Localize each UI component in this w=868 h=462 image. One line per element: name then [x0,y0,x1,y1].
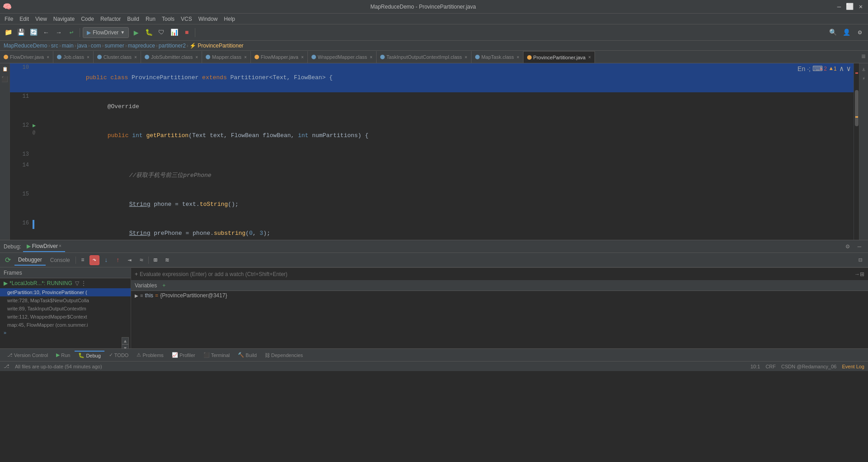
nav-dependencies[interactable]: ⛓ Dependencies [261,352,307,359]
debug-sidebar-btn[interactable]: ⊟ [855,255,865,265]
code-editor[interactable]: 10 public class ProvincePartitioner exte… [10,63,859,240]
eval-arrow[interactable]: → [854,271,860,277]
nav-todo[interactable]: ✓ TODO [105,351,132,359]
menu-navigate[interactable]: Navigate [51,15,77,23]
frame-item-3[interactable]: write:112, WrappedMapper$Context [0,313,131,321]
nav-version-control[interactable]: ⎇ Version Control [4,352,52,359]
tab-close-job[interactable]: × [87,55,90,60]
tab-close-jobsubmitter[interactable]: × [195,55,198,60]
debug-step-into-btn[interactable]: ↓ [101,255,111,265]
breadcrumb-partitioner2[interactable]: partitioner2 [159,43,186,49]
debug-tab-close[interactable]: × [59,243,61,248]
tab-flowdriver[interactable]: FlowDriver.java × [0,51,53,63]
frame-item-2[interactable]: write:89, TaskInputOutputContextIm [0,305,131,313]
gutter-run-12[interactable]: ▶ [33,123,36,129]
tab-provincepartitioner[interactable]: ProvincePartitioner.java × [524,51,595,63]
breadcrumb-main[interactable]: main [62,43,74,49]
menu-build[interactable]: Build [124,15,142,23]
tab-close-wrappedmapper[interactable]: × [370,55,373,60]
tab-maptask[interactable]: MapTask.class × [472,51,524,63]
user-button[interactable]: 👤 [841,27,852,38]
menu-tools[interactable]: Tools [159,15,177,23]
sync-button[interactable]: 🔄 [28,27,39,38]
debug-run-to-cursor-btn[interactable]: ⇥ [125,255,135,265]
frame-expand-btn[interactable]: » [0,329,131,336]
tab-close-cluster[interactable]: × [134,55,137,60]
minimize-button[interactable]: — [835,3,843,10]
close-button[interactable]: ✕ [857,3,864,10]
maximize-button[interactable]: ⬜ [846,3,854,10]
frame-options-icon[interactable]: ⋮ [81,280,86,286]
back-button[interactable]: ← [41,27,52,38]
status-event-log[interactable]: Event Log [842,364,864,369]
breadcrumb-src[interactable]: src [51,43,58,49]
coverage-button[interactable]: 🛡 [156,27,167,38]
sidebar-icon-1[interactable]: 📋 [1,65,9,73]
tab-cluster[interactable]: Cluster.class × [94,51,141,63]
menu-help[interactable]: Help [221,15,238,23]
stop-button[interactable]: ■ [181,27,192,38]
var-expand-icon[interactable]: ▶ [135,293,138,298]
profile-button[interactable]: 📊 [169,27,179,38]
sidebar-icon-2[interactable]: ⬛ [1,75,9,83]
breadcrumb-mapreduce[interactable]: mapreduce [128,43,155,49]
menu-run[interactable]: Run [143,15,158,23]
search-button[interactable]: 🔍 [827,27,838,38]
frame-item-active[interactable]: getPartition:10, ProvincePartitioner ( [0,288,131,296]
frame-scroll-down[interactable]: ▼ [122,344,129,348]
right-sidebar-icon-2[interactable]: ⚡ [860,74,868,82]
frame-filter-icon[interactable]: ▽ [75,280,79,286]
menu-window[interactable]: Window [196,15,221,23]
tab-taskinput[interactable]: TaskInputOutputContextImpl.class × [377,51,472,63]
tab-close-flowmapper[interactable]: × [301,55,304,60]
var-item-this[interactable]: ▶ ≡ this = {ProvincePartitioner@3417} [131,291,868,300]
tab-wrappedmapper[interactable]: WrappedMapper.class × [308,51,377,63]
debug-restart-button[interactable]: ⟳ [3,255,13,265]
eval-input[interactable] [140,271,853,277]
debug-step-over-btn[interactable]: ↷ [90,255,99,265]
save-all-button[interactable]: 💾 [15,27,26,38]
menu-code[interactable]: Code [78,15,97,23]
menu-view[interactable]: View [33,15,50,23]
menu-refactor[interactable]: Refactor [98,15,123,23]
breadcrumb-class[interactable]: ⚡ ProvincePartitioner [189,43,244,49]
nav-build[interactable]: 🔨 Build [234,351,260,359]
tab-jobsubmitter[interactable]: JobSubmitter.class × [141,51,202,63]
breadcrumb-summer[interactable]: summer [104,43,124,49]
debug-console-tab[interactable]: Console [47,255,74,266]
tab-close-mapper[interactable]: × [244,55,247,60]
variables-add-icon[interactable]: + [162,282,165,289]
nav-run[interactable]: ▶ Run [52,351,74,359]
nav-problems[interactable]: ⚠ Problems [133,351,167,359]
tab-job[interactable]: Job.class × [53,51,94,63]
scrollbar-thumb[interactable] [855,90,859,126]
debug-run-button[interactable]: 🐛 [143,27,154,38]
tab-close-taskinput[interactable]: × [465,55,467,60]
nav-terminal[interactable]: ⬛ Terminal [200,351,234,359]
tab-close-maptask[interactable]: × [517,55,519,60]
debug-stream-btn[interactable]: ≋ [162,255,172,265]
frame-scroll-up[interactable]: ▲ [122,337,129,344]
hint-up[interactable]: ∧ [840,64,844,73]
run-button[interactable]: ▶ [131,27,142,38]
variables-content[interactable]: ▶ ≡ this = {ProvincePartitioner@3417} [131,291,868,348]
frame-item-1[interactable]: write:728, MapTask$NewOutputColla [0,296,131,305]
debug-minimize-button[interactable]: — [854,242,864,252]
settings-button[interactable]: ⚙ [854,27,865,38]
breadcrumb-java[interactable]: java [77,43,87,49]
eval-expand[interactable]: ⊞ [860,271,864,277]
run-config-dropdown[interactable]: ▶ FlowDriver ▼ [83,27,129,38]
debug-debugger-tab[interactable]: Debugger [14,255,46,266]
tab-close-provincepartitioner[interactable]: × [588,55,591,60]
undo-button[interactable]: ↩ [66,27,77,38]
debug-evaluate-btn[interactable]: ≈ [137,255,146,265]
debug-grid-btn[interactable]: ⊞ [151,255,160,265]
debug-tab-flowdriver[interactable]: ▶ FlowDriver × [23,241,65,252]
right-sidebar-icon-1[interactable]: ⚓ [860,65,868,73]
debug-settings-button[interactable]: ⚙ [843,242,853,252]
menu-file[interactable]: File [2,15,16,23]
nav-profiler[interactable]: 📈 Profiler [168,351,199,359]
tab-flowmapper[interactable]: FlowMapper.java × [251,51,308,63]
editor-scrollbar[interactable] [854,63,859,240]
frame-item-4[interactable]: map:45, FlowMapper (com.summer.i [0,321,131,329]
